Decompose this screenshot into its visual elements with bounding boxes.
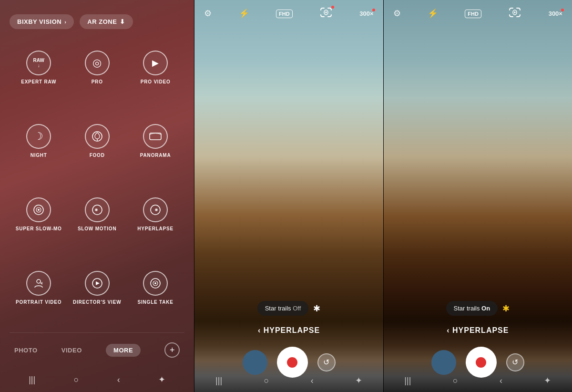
flash-icon-mid[interactable]: ⚡ — [239, 8, 249, 19]
accessibility-icon-right[interactable]: ✦ — [544, 375, 551, 386]
back-icon-right[interactable]: ‹ — [500, 376, 502, 386]
top-buttons: BIXBY VISION › AR ZONE ⬇ — [10, 14, 184, 29]
recent-apps-icon-mid[interactable]: ||| — [215, 376, 222, 386]
mode-single-take[interactable]: SINGLE TAKE — [126, 264, 184, 332]
directors-view-label: DIRECTOR'S VIEW — [73, 299, 121, 305]
directors-view-icon — [85, 271, 110, 296]
download-icon: ⬇ — [120, 18, 125, 25]
flash-icon-right[interactable]: ⚡ — [428, 8, 438, 19]
timer-badge-mid[interactable]: 300× — [359, 10, 373, 17]
star-trails-icon-right[interactable]: ✱ — [502, 303, 510, 314]
food-icon — [85, 124, 110, 149]
recent-apps-icon-right[interactable]: ||| — [404, 376, 411, 386]
mode-slow-motion[interactable]: SLOW MOTION — [68, 190, 126, 259]
panorama-icon — [143, 124, 168, 149]
home-icon-right[interactable]: ○ — [453, 376, 458, 386]
star-trails-bar-right: Star trails On ✱ — [384, 301, 572, 316]
hyperlapse-label: HYPERLAPSE — [137, 226, 174, 231]
shutter-inner-right — [476, 357, 486, 368]
mode-portrait-video[interactable]: PORTRAIT VIDEO — [10, 264, 68, 332]
expert-raw-label: EXPERT RAW — [21, 79, 56, 84]
mode-super-slow-mo[interactable]: SUPER SLOW-MO — [10, 190, 68, 259]
middle-camera-panel: ⚙ ⚡ FHD 300× Star trails Off ✱ ‹ — [194, 0, 383, 392]
settings-icon-mid[interactable]: ⚙ — [204, 8, 212, 19]
night-icon: ☽ — [26, 124, 51, 149]
rotate-button-right[interactable]: ↺ — [506, 353, 524, 371]
svg-point-5 — [38, 209, 40, 211]
accessibility-icon-mid[interactable]: ✦ — [355, 375, 362, 386]
hyperlapse-mode-label-mid: ‹ HYPERLAPSE — [194, 326, 383, 335]
star-trails-text-right: Star trails — [454, 305, 480, 312]
photo-mode-button[interactable]: PHOTO — [14, 347, 38, 354]
live-focus-wrapper-mid — [319, 7, 333, 20]
accessibility-icon[interactable]: ✦ — [158, 374, 165, 385]
mode-pro-video[interactable]: ▶ PRO VIDEO — [126, 43, 184, 112]
food-label: FOOD — [90, 153, 105, 158]
back-icon-mid[interactable]: ‹ — [311, 376, 314, 386]
timer-badge-right[interactable]: 300× — [549, 10, 562, 17]
star-trails-text-mid: Star trails — [265, 305, 291, 312]
back-icon[interactable]: ‹ — [117, 375, 120, 385]
expert-raw-icon: RAW↓ — [26, 51, 51, 75]
pro-video-icon: ▶ — [143, 51, 168, 75]
timer-dot-right — [561, 9, 564, 11]
portrait-video-label: PORTRAIT VIDEO — [16, 299, 61, 305]
timer-wrapper-mid: 300× — [359, 10, 373, 17]
system-nav-right: ||| ○ ‹ ✦ — [384, 371, 572, 390]
pro-icon: ◎ — [85, 51, 110, 75]
star-trails-icon-mid[interactable]: ✱ — [313, 303, 320, 314]
live-focus-icon-mid[interactable] — [319, 7, 333, 18]
mode-food[interactable]: FOOD — [68, 117, 126, 186]
right-header: ⚙ ⚡ FHD 300× — [384, 0, 572, 27]
middle-header: ⚙ ⚡ FHD 300× — [194, 0, 383, 27]
pro-video-label: PRO VIDEO — [141, 79, 171, 84]
svg-point-21 — [514, 11, 516, 13]
shutter-inner-mid — [287, 357, 297, 368]
settings-icon-right[interactable]: ⚙ — [393, 8, 401, 19]
ar-zone-button[interactable]: AR ZONE ⬇ — [80, 14, 133, 29]
bixby-vision-button[interactable]: BIXBY VISION › — [10, 14, 74, 29]
hyperlapse-icon — [143, 197, 168, 222]
gallery-button-mid[interactable] — [243, 350, 267, 375]
single-take-icon — [143, 271, 168, 296]
single-take-label: SINGLE TAKE — [137, 299, 173, 305]
star-trails-value-mid: Off — [293, 305, 301, 312]
mode-selector-bar: PHOTO VIDEO MORE + — [10, 332, 184, 367]
bixby-label: BIXBY VISION — [17, 18, 61, 25]
star-trails-pill-mid[interactable]: Star trails Off — [257, 301, 309, 316]
mode-pro[interactable]: ◎ PRO — [68, 43, 126, 112]
mode-panorama[interactable]: PANORAMA — [126, 117, 184, 186]
rotate-button-mid[interactable]: ↺ — [317, 353, 336, 371]
slow-motion-label: SLOW MOTION — [78, 226, 117, 231]
recent-apps-icon[interactable]: ||| — [29, 375, 35, 385]
video-mode-button[interactable]: VIDEO — [61, 347, 82, 354]
ar-zone-label: AR ZONE — [87, 18, 117, 25]
mode-hyperlapse[interactable]: HYPERLAPSE — [126, 190, 184, 259]
svg-point-17 — [154, 282, 156, 284]
mode-expert-raw[interactable]: RAW↓ EXPERT RAW — [10, 43, 68, 112]
right-camera-panel: ⚙ ⚡ FHD 300× Star trails On ✱ ‹ HYPERLA — [384, 0, 572, 392]
star-trails-value-right: On — [481, 305, 490, 312]
night-label: NIGHT — [31, 153, 47, 158]
mode-night[interactable]: ☽ NIGHT — [10, 117, 68, 186]
add-mode-button[interactable]: + — [164, 342, 180, 358]
svg-point-8 — [95, 209, 97, 211]
timer-dot-mid — [372, 9, 375, 11]
live-focus-icon-right[interactable] — [508, 7, 521, 18]
more-mode-button[interactable]: MORE — [106, 344, 141, 357]
home-icon[interactable]: ○ — [74, 375, 79, 385]
system-nav-mid: ||| ○ ‹ ✦ — [194, 371, 383, 390]
star-trails-pill-right[interactable]: Star trails On — [446, 301, 498, 316]
fhd-badge-mid[interactable]: FHD — [276, 10, 293, 18]
gallery-button-right[interactable] — [431, 350, 456, 375]
svg-point-12 — [37, 279, 41, 283]
fhd-badge-wrapper-right: FHD — [465, 9, 481, 18]
system-navigation-left: ||| ○ ‹ ✦ — [10, 367, 184, 392]
home-icon-mid[interactable]: ○ — [264, 376, 269, 386]
fhd-badge-right[interactable]: FHD — [465, 10, 481, 18]
mode-directors-view[interactable]: DIRECTOR'S VIEW — [68, 264, 126, 332]
modes-grid: RAW↓ EXPERT RAW ◎ PRO ▶ PRO VIDEO ☽ NIGH… — [10, 43, 184, 332]
fhd-badge-wrapper: FHD — [276, 9, 293, 18]
timer-wrapper-right: 300× — [549, 10, 562, 17]
svg-marker-14 — [96, 281, 100, 285]
